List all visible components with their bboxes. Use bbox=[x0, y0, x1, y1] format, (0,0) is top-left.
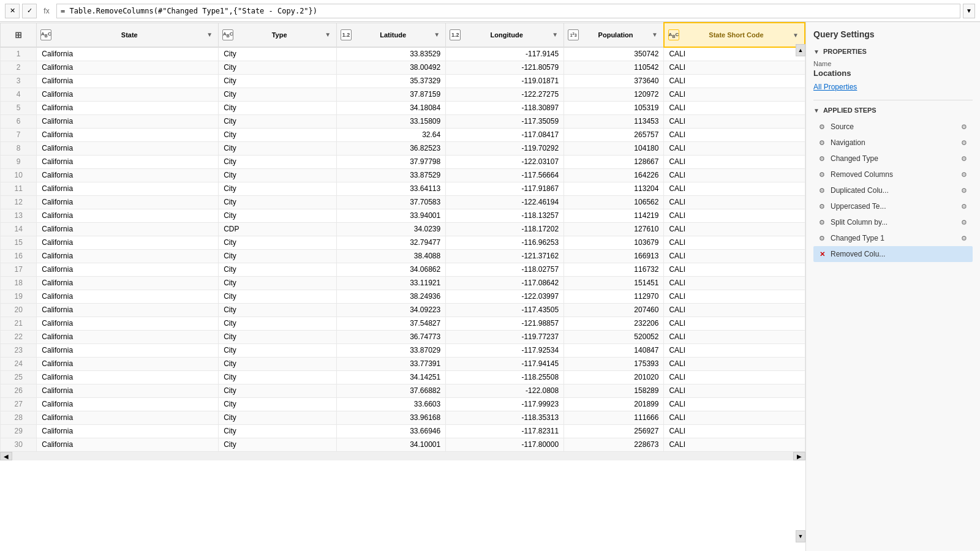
step-settings-button[interactable]: ⚙ bbox=[959, 154, 969, 163]
scroll-right-button[interactable]: ▶ bbox=[793, 452, 805, 460]
horizontal-scrollbar[interactable]: ◀ ▶ bbox=[0, 452, 805, 460]
table-row[interactable]: 15 California City 32.79477 -116.96253 1… bbox=[1, 236, 805, 249]
longitude-cell: -117.99923 bbox=[446, 397, 564, 411]
row-num-cell: 3 bbox=[1, 74, 37, 88]
formula-expand-button[interactable]: ▼ bbox=[963, 4, 975, 18]
table-row[interactable]: 25 California City 34.14251 -118.25508 2… bbox=[1, 370, 805, 384]
population-cell: 116732 bbox=[564, 263, 664, 276]
state-short-code-col-title: State Short Code bbox=[682, 31, 791, 39]
step-item-changedtype1[interactable]: ⚙ Changed Type 1 ⚙ bbox=[813, 230, 973, 246]
fx-icon: fx bbox=[39, 4, 54, 18]
population-cell: 256927 bbox=[564, 424, 664, 438]
table-row[interactable]: 28 California City 33.96168 -118.35313 1… bbox=[1, 411, 805, 424]
cancel-formula-button[interactable]: ✕ bbox=[5, 4, 20, 18]
row-num-cell: 25 bbox=[1, 370, 37, 384]
state-cell: California bbox=[37, 114, 219, 128]
table-row[interactable]: 1 California City 33.83529 -117.9145 350… bbox=[1, 47, 805, 61]
population-cell: 104180 bbox=[564, 141, 664, 155]
step-label: Uppercased Te... bbox=[831, 202, 956, 211]
population-cell: 228673 bbox=[564, 438, 664, 451]
step-settings-button[interactable]: ⚙ bbox=[959, 122, 969, 132]
population-cell: 113204 bbox=[564, 182, 664, 195]
table-row[interactable]: 8 California City 36.82523 -119.70292 10… bbox=[1, 141, 805, 155]
latitude-cell: 34.06862 bbox=[337, 263, 446, 276]
table-row[interactable]: 22 California City 36.74773 -119.77237 5… bbox=[1, 330, 805, 343]
longitude-col-filter-button[interactable]: ▼ bbox=[550, 30, 560, 40]
name-label: Name bbox=[813, 60, 973, 67]
latitude-cell: 37.54827 bbox=[337, 317, 446, 330]
table-row[interactable]: 27 California City 33.6603 -117.99923 20… bbox=[1, 397, 805, 411]
table-row[interactable]: 20 California City 34.09223 -117.43505 2… bbox=[1, 303, 805, 317]
table-row[interactable]: 26 California City 37.66882 -122.0808 15… bbox=[1, 384, 805, 397]
formula-input[interactable] bbox=[56, 4, 960, 18]
table-row[interactable]: 21 California City 37.54827 -121.98857 2… bbox=[1, 317, 805, 330]
step-settings-button[interactable]: ⚙ bbox=[959, 217, 969, 227]
population-cell: 175393 bbox=[564, 357, 664, 370]
state-cell: California bbox=[37, 182, 219, 195]
table-row[interactable]: 16 California City 38.4088 -121.37162 16… bbox=[1, 249, 805, 263]
table-row[interactable]: 3 California City 35.37329 -119.01871 37… bbox=[1, 74, 805, 88]
table-row[interactable]: 5 California City 34.18084 -118.30897 10… bbox=[1, 101, 805, 114]
table-row[interactable]: 13 California City 33.94001 -118.13257 1… bbox=[1, 209, 805, 222]
step-gear-icon: ⚙ bbox=[817, 201, 827, 211]
step-settings-button[interactable]: ⚙ bbox=[959, 233, 969, 243]
all-properties-link[interactable]: All Properties bbox=[813, 83, 973, 91]
step-item-splitcolumn[interactable]: ⚙ Split Column by... ⚙ bbox=[813, 214, 973, 230]
step-item-removedcolumns2[interactable]: ✕ Removed Colu... bbox=[813, 246, 973, 262]
latitude-cell: 37.70583 bbox=[337, 195, 446, 209]
state-short-code-col-filter-button[interactable]: ▼ bbox=[791, 30, 801, 40]
state-col-filter-button[interactable]: ▼ bbox=[205, 30, 214, 40]
longitude-cell: -117.92534 bbox=[446, 343, 564, 357]
scroll-down-button[interactable]: ▼ bbox=[796, 530, 805, 542]
latitude-cell: 32.64 bbox=[337, 128, 446, 141]
step-item-removedcolumns[interactable]: ⚙ Removed Columns ⚙ bbox=[813, 167, 973, 182]
table-row[interactable]: 6 California City 33.15809 -117.35059 11… bbox=[1, 114, 805, 128]
row-num-cell: 19 bbox=[1, 290, 37, 303]
table-row[interactable]: 17 California City 34.06862 -118.02757 1… bbox=[1, 263, 805, 276]
table-header-row: ⊞ ABC State ▼ bbox=[1, 23, 805, 47]
scroll-up-button[interactable]: ▲ bbox=[796, 44, 805, 56]
table-row[interactable]: 18 California City 33.11921 -117.08642 1… bbox=[1, 276, 805, 290]
population-col-filter-button[interactable]: ▼ bbox=[650, 30, 660, 40]
table-row[interactable]: 24 California City 33.77391 -117.94145 1… bbox=[1, 357, 805, 370]
applied-steps-section-header[interactable]: ▼ APPLIED STEPS bbox=[813, 107, 973, 114]
step-settings-button[interactable]: ⚙ bbox=[959, 170, 969, 179]
table-row[interactable]: 10 California City 33.87529 -117.56664 1… bbox=[1, 168, 805, 182]
step-settings-button[interactable]: ⚙ bbox=[959, 201, 969, 211]
step-item-duplicatedcolumns[interactable]: ⚙ Duplicated Colu... ⚙ bbox=[813, 182, 973, 198]
table-row[interactable]: 4 California City 37.87159 -122.27275 12… bbox=[1, 88, 805, 101]
table-row[interactable]: 7 California City 32.64 -117.08417 26575… bbox=[1, 128, 805, 141]
row-num-cell: 28 bbox=[1, 411, 37, 424]
scroll-left-button[interactable]: ◀ bbox=[0, 452, 12, 460]
step-item-uppercasedtext[interactable]: ⚙ Uppercased Te... ⚙ bbox=[813, 198, 973, 214]
population-cell: 151451 bbox=[564, 276, 664, 290]
accept-formula-button[interactable]: ✓ bbox=[22, 4, 37, 18]
table-row[interactable]: 9 California City 37.97798 -122.03107 12… bbox=[1, 155, 805, 168]
properties-section-header[interactable]: ▼ PROPERTIES bbox=[813, 48, 973, 55]
table-row[interactable]: 2 California City 38.00492 -121.80579 11… bbox=[1, 61, 805, 74]
latitude-cell: 34.09223 bbox=[337, 303, 446, 317]
chevron-down-icon: ▼ bbox=[966, 7, 972, 14]
table-row[interactable]: 23 California City 33.87029 -117.92534 1… bbox=[1, 343, 805, 357]
table-row[interactable]: 12 California City 37.70583 -122.46194 1… bbox=[1, 195, 805, 209]
step-item-navigation[interactable]: ⚙ Navigation ⚙ bbox=[813, 135, 973, 151]
latitude-col-filter-button[interactable]: ▼ bbox=[432, 30, 442, 40]
step-gear-icon: ⚙ bbox=[817, 154, 827, 163]
row-num-cell: 24 bbox=[1, 357, 37, 370]
table-row[interactable]: 11 California City 33.64113 -117.91867 1… bbox=[1, 182, 805, 195]
step-settings-button[interactable]: ⚙ bbox=[959, 138, 969, 148]
longitude-cell: -121.98857 bbox=[446, 317, 564, 330]
table-row[interactable]: 30 California City 34.10001 -117.80000 2… bbox=[1, 438, 805, 451]
state-short-code-cell: CALI bbox=[664, 74, 805, 88]
step-item-source[interactable]: ⚙ Source ⚙ bbox=[813, 119, 973, 135]
table-row[interactable]: 29 California City 33.66946 -117.82311 2… bbox=[1, 424, 805, 438]
step-item-changedtype[interactable]: ⚙ Changed Type ⚙ bbox=[813, 151, 973, 167]
table-row[interactable]: 19 California City 38.24936 -122.03997 1… bbox=[1, 290, 805, 303]
name-property: Name Locations bbox=[813, 60, 973, 78]
type-col-filter-button[interactable]: ▼ bbox=[323, 30, 333, 40]
longitude-cell: -121.80579 bbox=[446, 61, 564, 74]
longitude-cell: -119.77237 bbox=[446, 330, 564, 343]
table-scroll[interactable]: ⊞ ABC State ▼ bbox=[0, 22, 805, 551]
table-row[interactable]: 14 California CDP 34.0239 -118.17202 127… bbox=[1, 222, 805, 236]
step-settings-button[interactable]: ⚙ bbox=[959, 186, 969, 195]
